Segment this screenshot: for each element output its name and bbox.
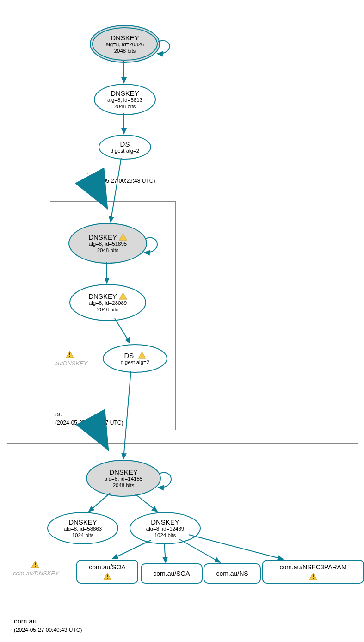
- comau-nsec3param-label: com.au/NSEC3PARAM: [279, 563, 346, 571]
- zone-au-name: au: [55, 410, 63, 418]
- au-dnskey-note: au/DNSKEY: [55, 360, 88, 367]
- au-zsk-title: DNSKEY: [88, 292, 127, 300]
- comau-ns-node: com.au/NS: [204, 563, 261, 584]
- comau-zsk2-bits: 1024 bits: [154, 532, 176, 538]
- au-zsk-node: DNSKEY alg=8, id=28089 2048 bits: [69, 284, 146, 321]
- root-ds-node: DS digest alg=2: [99, 135, 151, 160]
- warning-icon: [119, 233, 127, 241]
- comau-zsk1-title: DNSKEY: [68, 518, 97, 526]
- au-ksk-node: DNSKEY alg=8, id=51895 2048 bits: [68, 223, 147, 264]
- comau-ksk-node: DNSKEY alg=8, id=14185 2048 bits: [86, 460, 161, 497]
- root-zsk-bits: 2048 bits: [114, 104, 136, 110]
- au-ksk-bits: 2048 bits: [97, 247, 119, 253]
- comau-dnskey-warning: [31, 561, 39, 569]
- au-ds-node: DS digest alg=2: [103, 344, 167, 373]
- au-ds-title: DS: [124, 352, 146, 359]
- comau-ns-label: com.au/NS: [216, 570, 248, 577]
- warning-icon: [31, 561, 39, 568]
- comau-nsec3param-node: com.au/NSEC3PARAM: [262, 560, 364, 584]
- comau-ksk-bits: 2048 bits: [113, 482, 135, 488]
- comau-zsk1-node: DNSKEY alg=8, id=58863 1024 bits: [47, 512, 118, 544]
- root-ksk-node: DNSKEY alg=8, id=20326 2048 bits: [90, 25, 160, 63]
- au-ksk-alg: alg=8, id=51895: [89, 241, 127, 247]
- root-zsk-alg: alg=8, id=5613: [107, 97, 142, 103]
- warning-icon: [309, 573, 317, 580]
- comau-zsk2-alg: alg=8, id=12489: [146, 526, 185, 532]
- root-ksk-title: DNSKEY: [111, 34, 139, 42]
- root-ds-digest: digest alg=2: [111, 148, 139, 154]
- zone-root-timestamp: (2024-05-27 00:29:48 UTC): [87, 178, 155, 184]
- comau-soa1-node: com.au/SOA: [76, 560, 138, 584]
- au-ksk-title: DNSKEY: [88, 233, 127, 241]
- comau-dnskey-note: com.au/DNSKEY: [13, 570, 59, 577]
- warning-icon: [103, 573, 111, 580]
- au-dnskey-warning: [66, 351, 74, 359]
- au-zsk-bits: 2048 bits: [97, 307, 119, 313]
- warning-icon: [66, 351, 74, 358]
- comau-zsk2-title: DNSKEY: [151, 518, 179, 526]
- root-ksk-alg: alg=8, id=20326: [106, 42, 144, 48]
- comau-soa2-label: com.au/SOA: [153, 570, 190, 577]
- root-zsk-node: DNSKEY alg=8, id=5613 2048 bits: [94, 84, 156, 115]
- comau-ksk-alg: alg=8, id=14185: [105, 476, 143, 482]
- comau-zsk1-alg: alg=8, id=58863: [64, 526, 102, 532]
- comau-soa2-node: com.au/SOA: [141, 563, 203, 584]
- zone-au-timestamp: (2024-05-27 00:40:37 UTC): [55, 420, 123, 426]
- zone-comau-timestamp: (2024-05-27 00:40:43 UTC): [14, 627, 82, 633]
- au-ds-digest: digest alg=2: [121, 359, 149, 365]
- zone-comau-name: com.au: [14, 617, 37, 625]
- root-ksk-bits: 2048 bits: [114, 48, 136, 54]
- zone-root-name: .: [87, 168, 89, 176]
- comau-zsk1-bits: 1024 bits: [72, 532, 94, 538]
- comau-soa1-label: com.au/SOA: [89, 563, 125, 571]
- warning-icon: [119, 292, 127, 300]
- au-zsk-alg: alg=8, id=28089: [89, 300, 127, 306]
- comau-zsk2-node: DNSKEY alg=8, id=12489 1024 bits: [130, 512, 201, 544]
- comau-ksk-title: DNSKEY: [109, 468, 138, 476]
- warning-icon: [138, 352, 146, 359]
- root-ds-title: DS: [120, 140, 130, 148]
- root-zsk-title: DNSKEY: [111, 89, 139, 97]
